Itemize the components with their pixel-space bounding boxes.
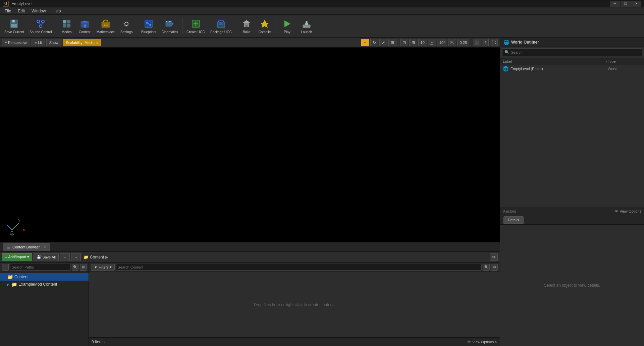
main-layout: ▾ Perspective ● Lit Show Scalability: Me… — [0, 38, 644, 346]
settings-icon — [121, 18, 132, 29]
source-control-button[interactable]: Source Control — [27, 16, 54, 36]
navigate-back-button[interactable]: ← — [60, 253, 70, 261]
3d-viewport[interactable]: X Y ⊙ — [0, 48, 500, 242]
package-ugc-label: Package UGC — [210, 30, 232, 34]
compile-button[interactable]: Compile — [256, 16, 273, 36]
transform-space-button[interactable]: ⊞ — [388, 39, 396, 46]
world-outliner-panel: 🌐 World Outliner 🔍 Label ▲ Type 🌐 EmptyL… — [500, 38, 644, 215]
play-button[interactable]: Play — [277, 16, 297, 36]
cb-settings-button[interactable]: ⚙ — [490, 253, 498, 261]
drop-message-text: Drop files here or right click to create… — [254, 302, 335, 307]
search-content-input[interactable] — [116, 264, 482, 271]
camera-speed-icon[interactable]: 🎥 — [473, 39, 481, 46]
wo-item-label: EmptyLevel (Editor) — [511, 67, 606, 71]
create-ugc-label: Create UGC — [186, 30, 205, 34]
search-content-icon[interactable]: 🔍 — [483, 264, 490, 271]
compile-icon — [259, 18, 270, 29]
svg-point-6 — [39, 25, 42, 27]
svg-text:Y: Y — [18, 219, 20, 223]
menu-file[interactable]: File — [1, 7, 14, 14]
scale-snapping-icon[interactable]: ⇱ — [448, 39, 456, 46]
tree-item-examplemod[interactable]: ▶ 📁 ExampleMod Content — [0, 281, 89, 288]
add-import-button[interactable]: + Add/Import ▾ — [2, 253, 32, 261]
viewport-toolbar: ▾ Perspective ● Lit Show Scalability: Me… — [0, 38, 500, 48]
navigate-forward-button[interactable]: → — [71, 253, 81, 261]
svg-rect-27 — [168, 21, 168, 22]
content-icon — [79, 18, 90, 29]
cb-view-options-button[interactable]: 👁 View Options > — [467, 340, 497, 344]
viewport-show-button[interactable]: Show — [46, 39, 62, 46]
breadcrumb-content-label[interactable]: Content — [90, 255, 104, 260]
create-ugc-button[interactable]: Create UGC — [184, 16, 207, 36]
menu-edit[interactable]: Edit — [14, 7, 28, 14]
cb-breadcrumb: 📁 Content ▶ — [84, 255, 108, 260]
menu-bar: File Edit Window Help — [0, 7, 644, 15]
svg-rect-15 — [102, 22, 110, 27]
toolbar-sep-1 — [56, 18, 56, 34]
rotate-tool-button[interactable]: ↻ — [370, 39, 378, 46]
scale-value-button[interactable]: 0.25 — [457, 39, 469, 46]
cinematics-button[interactable]: Cinematics — [159, 16, 180, 36]
filters-button[interactable]: ▼ Filters ▾ — [91, 264, 115, 271]
menu-window[interactable]: Window — [28, 7, 49, 14]
restore-button[interactable]: ❐ — [621, 1, 631, 7]
content-browser-tab-bar: ☰ Content Browser ✕ — [0, 242, 500, 252]
blueprints-button[interactable]: Blueprints — [139, 16, 158, 36]
viewport-scalability-label: Scalability: Medium — [66, 41, 98, 45]
translate-tool-button[interactable]: ↔ — [361, 39, 369, 46]
launch-icon — [301, 18, 312, 29]
viewport-lit-button[interactable]: ● Lit — [32, 39, 45, 46]
svg-rect-3 — [13, 20, 14, 22]
content-button[interactable]: Content — [76, 16, 94, 36]
grid-snapping-button[interactable]: ⊞ — [409, 39, 417, 46]
cb-view-toggle-icon[interactable]: ⊞ — [80, 264, 87, 271]
vp-sep-2 — [471, 39, 471, 46]
search-paths-input[interactable] — [10, 264, 70, 271]
save-current-button[interactable]: Save Current — [2, 16, 26, 36]
play-icon — [282, 18, 292, 29]
viewport-mode-button[interactable]: ▾ Perspective — [2, 39, 30, 46]
cb-content-area: ☰ 🔍 ⊞ 📁 Content ▶ — [0, 263, 500, 346]
cb-drop-area[interactable]: Drop files here or right click to create… — [89, 272, 500, 337]
play-label: Play — [284, 30, 290, 34]
modes-button[interactable]: Modes — [58, 16, 75, 36]
content-browser-tab[interactable]: ☰ Content Browser ✕ — [3, 243, 50, 251]
content-browser-close-icon[interactable]: ✕ — [43, 245, 46, 249]
build-button[interactable]: Build — [238, 16, 255, 36]
source-control-label: Source Control — [30, 30, 52, 34]
wo-search-input[interactable] — [511, 50, 640, 54]
details-tab[interactable]: Details — [503, 216, 524, 224]
maximize-button[interactable]: ⛶ — [490, 39, 498, 46]
save-current-label: Save Current — [4, 30, 24, 34]
scale-tool-button[interactable]: ⤢ — [379, 39, 387, 46]
tree-item-content-label: Content — [14, 275, 29, 279]
marketplace-button[interactable]: Marketplace — [94, 16, 117, 36]
cb-main-settings-icon[interactable]: ⚙ — [491, 264, 498, 271]
search-paths-search-icon[interactable]: 🔍 — [72, 264, 78, 271]
camera-speed-button[interactable]: 4 — [482, 39, 489, 46]
grid-size-button[interactable]: 10 — [418, 39, 427, 46]
rotation-value-button[interactable]: 10° — [437, 39, 447, 46]
content-label: Content — [79, 30, 91, 34]
close-button[interactable]: ✕ — [631, 1, 641, 7]
launch-button[interactable]: Launch — [298, 16, 315, 36]
rotation-snapping-icon[interactable]: △ — [428, 39, 436, 46]
tree-item-content[interactable]: 📁 Content — [0, 273, 89, 281]
wo-item-emptylevel[interactable]: 🌐 EmptyLevel (Editor) World — [500, 65, 644, 72]
viewport-scalability-button[interactable]: Scalability: Medium — [63, 39, 101, 46]
cinematics-icon — [164, 18, 175, 29]
ue-logo: U — [3, 1, 9, 7]
package-ugc-button[interactable]: Package UGC — [208, 16, 234, 36]
cb-sidebar-expand-icon[interactable]: ☰ — [2, 264, 9, 271]
minimize-button[interactable]: ─ — [610, 1, 620, 7]
lit-dot-icon: ● — [35, 41, 37, 45]
surface-snapping-button[interactable]: ⊡ — [400, 39, 408, 46]
save-all-button[interactable]: 💾 Save All — [34, 253, 59, 261]
settings-button[interactable]: Settings — [118, 16, 135, 36]
svg-point-5 — [42, 20, 44, 23]
menu-help[interactable]: Help — [49, 7, 64, 14]
wo-view-options-button[interactable]: 👁 View Options — [614, 209, 641, 213]
svg-line-7 — [38, 23, 41, 25]
wo-item-type: World — [608, 67, 641, 71]
items-count-text: 0 items — [92, 340, 105, 344]
